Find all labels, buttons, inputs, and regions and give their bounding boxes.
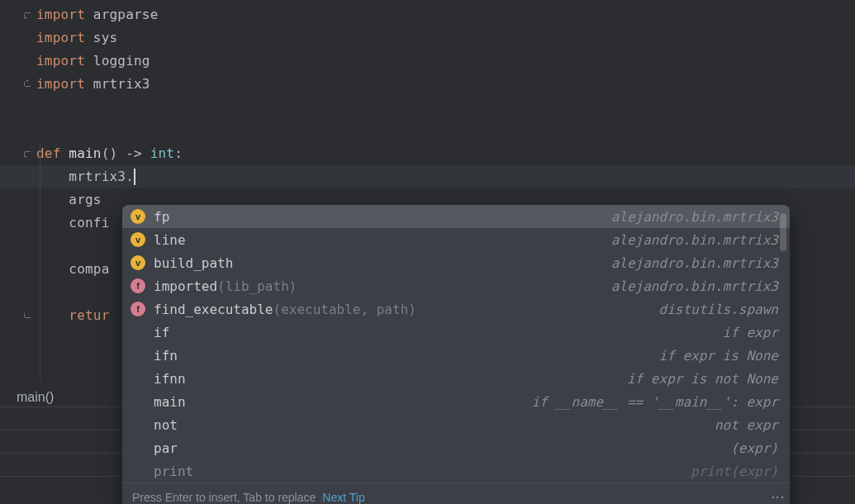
module-name: mrtrix3 bbox=[93, 76, 150, 92]
module-name: logging bbox=[93, 53, 150, 69]
completion-item[interactable]: not not expr bbox=[122, 413, 790, 436]
completion-item[interactable]: print print(expr) bbox=[122, 459, 790, 483]
breadcrumb[interactable]: main() bbox=[17, 390, 54, 405]
next-tip-link[interactable]: Next Tip bbox=[322, 491, 364, 504]
function-icon: f bbox=[131, 302, 145, 316]
completion-hint: not expr bbox=[715, 417, 778, 433]
completion-hint: if expr bbox=[723, 325, 778, 340]
completion-label: main bbox=[154, 394, 186, 410]
completion-label: ifnn bbox=[154, 371, 186, 387]
completion-item[interactable]: f find_executable(executable, path) dist… bbox=[122, 297, 790, 321]
completion-hint: alejandro.bin.mrtrix3 bbox=[611, 255, 778, 271]
variable-icon: v bbox=[131, 209, 145, 224]
template-icon bbox=[131, 394, 145, 409]
arrow: -> bbox=[117, 145, 150, 161]
params: () bbox=[102, 145, 118, 161]
completion-label: ifn bbox=[154, 348, 178, 364]
completion-label: build_path bbox=[154, 255, 233, 271]
template-icon bbox=[131, 371, 145, 386]
more-options-icon[interactable]: ⋮ bbox=[775, 491, 780, 504]
identifier: compa bbox=[69, 261, 109, 277]
fold-start-icon[interactable] bbox=[21, 148, 33, 159]
keyword-import: import bbox=[36, 76, 85, 92]
completion-item[interactable]: ifnn if expr is not None bbox=[122, 367, 790, 390]
code-line[interactable]: import sys bbox=[0, 26, 855, 50]
indent-guide bbox=[40, 142, 40, 380]
completion-item[interactable]: f imported(lib_path) alejandro.bin.mrtri… bbox=[122, 274, 790, 297]
completion-hint: alejandro.bin.mrtrix3 bbox=[611, 232, 778, 248]
code-line[interactable] bbox=[0, 119, 855, 142]
completion-item[interactable]: v line alejandro.bin.mrtrix3 bbox=[122, 228, 790, 251]
completion-label: not bbox=[154, 417, 178, 433]
gutter bbox=[0, 310, 36, 321]
completion-footer: Press Enter to insert, Tab to replace Ne… bbox=[122, 483, 790, 504]
completion-item[interactable]: par (expr) bbox=[122, 436, 790, 459]
completion-hint: alejandro.bin.mrtrix3 bbox=[611, 209, 778, 225]
variable-icon: v bbox=[131, 255, 145, 270]
code-line[interactable]: import logging bbox=[0, 50, 855, 73]
completion-hint: if expr is not None bbox=[627, 371, 778, 387]
completion-popup[interactable]: v fp alejandro.bin.mrtrix3 v line alejan… bbox=[122, 205, 790, 504]
popup-scrollbar[interactable] bbox=[780, 213, 786, 251]
completion-label: fp bbox=[154, 209, 169, 225]
completion-hint: print(expr) bbox=[691, 464, 778, 479]
completion-hint: alejandro.bin.mrtrix3 bbox=[611, 278, 778, 294]
template-icon bbox=[131, 417, 145, 432]
keyword-return: retur bbox=[69, 307, 109, 323]
fold-end-icon[interactable] bbox=[21, 78, 33, 90]
completion-list[interactable]: v fp alejandro.bin.mrtrix3 v line alejan… bbox=[122, 205, 790, 483]
completion-label: if bbox=[154, 325, 169, 340]
completion-item[interactable]: v fp alejandro.bin.mrtrix3 bbox=[122, 205, 790, 228]
completion-item[interactable]: ifn if expr is None bbox=[122, 344, 790, 367]
gutter bbox=[0, 78, 36, 90]
code-line[interactable]: import argparse bbox=[0, 3, 855, 26]
template-icon bbox=[131, 464, 145, 478]
template-icon bbox=[131, 325, 145, 340]
completion-label: find_executable(executable, path) bbox=[154, 302, 416, 317]
code-line[interactable]: import mrtrix3 bbox=[0, 73, 855, 96]
completion-item[interactable]: main if __name__ == '__main__': expr bbox=[122, 390, 790, 413]
completion-label: par bbox=[154, 440, 178, 456]
function-icon: f bbox=[131, 278, 145, 293]
colon: : bbox=[174, 145, 183, 161]
return-type: int bbox=[150, 145, 175, 161]
template-icon bbox=[131, 440, 145, 455]
completion-label: line bbox=[154, 232, 186, 248]
module-name: argparse bbox=[93, 7, 159, 22]
completion-hint: distutils.spawn bbox=[659, 302, 779, 317]
code-line-active[interactable]: mrtrix3. bbox=[0, 165, 855, 188]
variable-icon: v bbox=[131, 232, 145, 247]
code-line[interactable]: def main() -> int: bbox=[0, 142, 855, 165]
fold-end-icon[interactable] bbox=[21, 310, 33, 321]
completion-label: print bbox=[154, 464, 193, 479]
completion-footer-text: Press Enter to insert, Tab to replace bbox=[132, 491, 316, 504]
gutter bbox=[0, 148, 36, 159]
module-name: sys bbox=[93, 30, 118, 45]
keyword-import: import bbox=[36, 7, 85, 22]
fold-start-icon[interactable] bbox=[21, 9, 33, 21]
code-line[interactable] bbox=[0, 96, 855, 119]
keyword-import: import bbox=[36, 53, 85, 69]
identifier: confi bbox=[69, 215, 109, 231]
completion-hint: (expr) bbox=[730, 440, 778, 456]
keyword-import: import bbox=[36, 30, 85, 45]
template-icon bbox=[131, 348, 145, 363]
completion-hint: if __name__ == '__main__': expr bbox=[531, 394, 778, 410]
identifier: args bbox=[69, 192, 101, 207]
completion-hint: if expr is None bbox=[659, 348, 779, 364]
completion-item[interactable]: v build_path alejandro.bin.mrtrix3 bbox=[122, 251, 790, 274]
text-caret bbox=[134, 169, 135, 185]
completion-item[interactable]: if if expr bbox=[122, 321, 790, 344]
completion-label: imported(lib_path) bbox=[154, 278, 297, 294]
function-name: main bbox=[69, 145, 101, 161]
gutter bbox=[0, 9, 36, 21]
current-expression: mrtrix3. bbox=[69, 169, 134, 184]
